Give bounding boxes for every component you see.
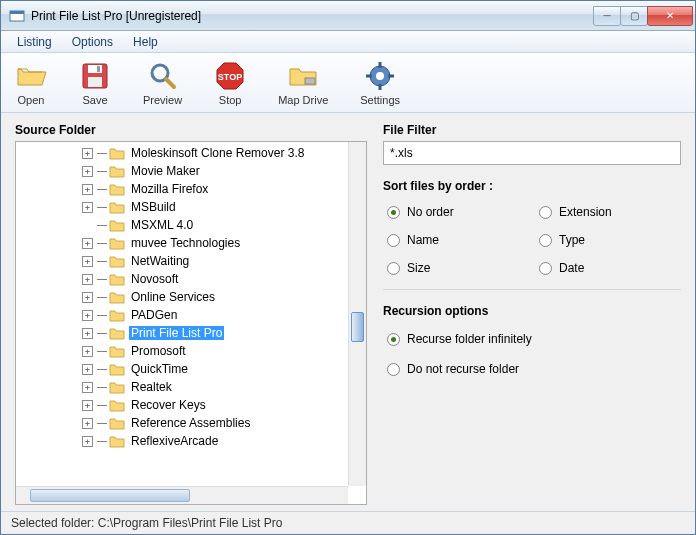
tree-node[interactable]: +Reference Assemblies	[16, 414, 348, 432]
mapdrive-button[interactable]: Map Drive	[272, 58, 334, 108]
menu-help[interactable]: Help	[123, 32, 168, 52]
tree-node-label: Movie Maker	[129, 164, 202, 178]
svg-point-12	[376, 72, 384, 80]
folder-icon	[109, 236, 125, 250]
gear-icon	[364, 60, 396, 92]
file-filter-input[interactable]	[383, 141, 681, 165]
open-button[interactable]: Open	[9, 58, 53, 108]
stop-label: Stop	[219, 94, 242, 106]
sort-heading: Sort files by order :	[383, 179, 681, 193]
folder-icon	[109, 308, 125, 322]
vertical-scrollbar[interactable]	[348, 142, 366, 486]
radio-size[interactable]: Size	[387, 261, 529, 275]
tree-node-label: muvee Technologies	[129, 236, 242, 250]
expand-icon[interactable]: +	[82, 400, 93, 411]
tree-node[interactable]: +Moleskinsoft Clone Remover 3.8	[16, 144, 348, 162]
radio-date[interactable]: Date	[539, 261, 681, 275]
tree-node[interactable]: +Online Services	[16, 288, 348, 306]
tree-node-label: QuickTime	[129, 362, 190, 376]
expand-icon[interactable]: +	[82, 238, 93, 249]
svg-rect-5	[97, 66, 100, 72]
scroll-thumb[interactable]	[351, 312, 364, 342]
statusbar: Selected folder: C:\Program Files\Print …	[1, 511, 695, 534]
tree-node[interactable]: +Promosoft	[16, 342, 348, 360]
svg-rect-4	[88, 77, 102, 87]
tree-node[interactable]: +Realtek	[16, 378, 348, 396]
source-folder-heading: Source Folder	[15, 123, 367, 137]
radio-icon	[387, 262, 400, 275]
radio-icon	[539, 262, 552, 275]
expand-icon[interactable]: +	[82, 346, 93, 357]
menu-listing[interactable]: Listing	[7, 32, 62, 52]
radio-icon	[387, 234, 400, 247]
expand-icon[interactable]: +	[82, 274, 93, 285]
tree-node[interactable]: +muvee Technologies	[16, 234, 348, 252]
settings-button[interactable]: Settings	[354, 58, 406, 108]
preview-button[interactable]: Preview	[137, 58, 188, 108]
status-text: Selected folder: C:\Program Files\Print …	[11, 516, 282, 530]
expand-icon[interactable]: +	[82, 202, 93, 213]
hscroll-thumb[interactable]	[30, 489, 190, 502]
minimize-button[interactable]: ─	[593, 6, 621, 26]
tree-node[interactable]: +QuickTime	[16, 360, 348, 378]
radio-noorder[interactable]: No order	[387, 205, 529, 219]
radio-icon	[387, 333, 400, 346]
tree-node[interactable]: +Movie Maker	[16, 162, 348, 180]
svg-rect-10	[305, 78, 315, 84]
folder-icon	[109, 146, 125, 160]
preview-label: Preview	[143, 94, 182, 106]
tree-node[interactable]: +NetWaiting	[16, 252, 348, 270]
titlebar[interactable]: Print File List Pro [Unregistered] ─ ▢ ✕	[1, 1, 695, 31]
tree-node[interactable]: +Mozilla Firefox	[16, 180, 348, 198]
horizontal-scrollbar[interactable]	[16, 486, 348, 504]
radio-recurse-infinite[interactable]: Recurse folder infinitely	[387, 332, 681, 346]
radio-icon	[539, 206, 552, 219]
window-title: Print File List Pro [Unregistered]	[31, 9, 594, 23]
tree-node[interactable]: +MSBuild	[16, 198, 348, 216]
expand-icon[interactable]: +	[82, 382, 93, 393]
menu-options[interactable]: Options	[62, 32, 123, 52]
expand-icon[interactable]: +	[82, 436, 93, 447]
folder-icon	[109, 344, 125, 358]
tree-node[interactable]: +ReflexiveArcade	[16, 432, 348, 450]
radio-icon	[387, 206, 400, 219]
tree-node-label: MSXML 4.0	[129, 218, 195, 232]
expand-icon[interactable]: +	[82, 148, 93, 159]
expand-icon[interactable]: +	[82, 310, 93, 321]
expand-icon[interactable]: +	[82, 418, 93, 429]
radio-extension[interactable]: Extension	[539, 205, 681, 219]
tree-node-label: Mozilla Firefox	[129, 182, 210, 196]
expand-icon[interactable]: +	[82, 184, 93, 195]
save-button[interactable]: Save	[73, 58, 117, 108]
radio-type[interactable]: Type	[539, 233, 681, 247]
tree-node[interactable]: +Recover Keys	[16, 396, 348, 414]
radio-name[interactable]: Name	[387, 233, 529, 247]
expand-icon[interactable]: +	[82, 166, 93, 177]
tree-node-label: PADGen	[129, 308, 179, 322]
maximize-button[interactable]: ▢	[620, 6, 648, 26]
tree-node[interactable]: +Novosoft	[16, 270, 348, 288]
file-filter-heading: File Filter	[383, 123, 681, 137]
app-icon	[9, 8, 25, 24]
radio-icon	[539, 234, 552, 247]
source-folder-panel: Source Folder +Moleskinsoft Clone Remove…	[15, 123, 367, 505]
folder-icon	[109, 290, 125, 304]
save-icon	[79, 60, 111, 92]
stop-icon: STOP	[214, 60, 246, 92]
tree-node-label: Recover Keys	[129, 398, 208, 412]
expand-icon[interactable]: +	[82, 328, 93, 339]
folder-tree[interactable]: +Moleskinsoft Clone Remover 3.8+Movie Ma…	[15, 141, 367, 505]
expand-icon[interactable]: +	[82, 364, 93, 375]
save-label: Save	[82, 94, 107, 106]
radio-icon	[387, 363, 400, 376]
close-button[interactable]: ✕	[647, 6, 693, 26]
tree-node[interactable]: +PADGen	[16, 306, 348, 324]
stop-button[interactable]: STOP Stop	[208, 58, 252, 108]
tree-node[interactable]: MSXML 4.0	[16, 216, 348, 234]
expand-icon[interactable]: +	[82, 292, 93, 303]
folder-icon	[109, 200, 125, 214]
tree-node[interactable]: +Print File List Pro	[16, 324, 348, 342]
tree-node-label: Realtek	[129, 380, 174, 394]
radio-recurse-none[interactable]: Do not recurse folder	[387, 362, 681, 376]
expand-icon[interactable]: +	[82, 256, 93, 267]
